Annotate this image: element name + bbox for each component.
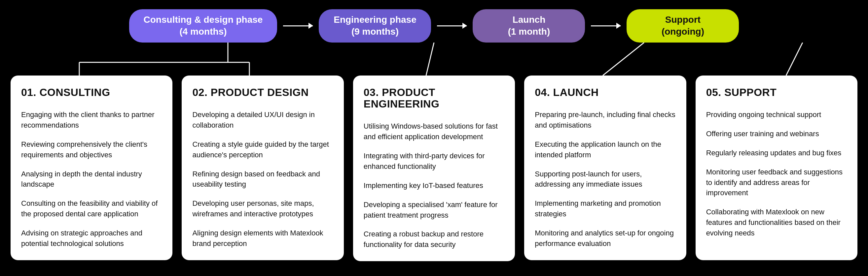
svg-line-5 xyxy=(603,42,644,75)
phase-label-launch: Launch xyxy=(487,14,570,26)
card-item-engineering-0: Utilising Windows-based solutions for fa… xyxy=(364,121,504,142)
card-item-consulting-2: Analysing in depth the dental industry l… xyxy=(21,169,162,190)
connectors-row xyxy=(0,42,868,75)
card-item-engineering-3: Developing a specialised 'xam' feature f… xyxy=(364,200,504,220)
card-launch: 04. LAUNCH Preparing pre-launch, includi… xyxy=(524,75,686,260)
svg-line-6 xyxy=(786,42,803,75)
arrow-3 xyxy=(591,25,621,26)
card-item-design-2: Refining design based on feedback and us… xyxy=(192,169,333,190)
card-item-launch-2: Supporting post-launch for users, addres… xyxy=(535,169,676,190)
card-item-support-0: Providing ongoing technical support xyxy=(706,109,847,120)
phase-sublabel-engineering: (9 months) xyxy=(333,26,416,38)
card-support: 05. SUPPORT Providing ongoing technical … xyxy=(695,75,858,260)
card-item-support-2: Regularly releasing updates and bug fixe… xyxy=(706,148,847,158)
card-item-design-3: Developing user personas, site maps, wir… xyxy=(192,198,333,219)
cards-row: 01. CONSULTING Engaging with the client … xyxy=(0,75,868,261)
phase-pill-launch: Launch (1 month) xyxy=(473,9,585,42)
card-item-support-3: Monitoring user feedback and suggestions… xyxy=(706,167,847,199)
phase-sublabel-consulting: (4 months) xyxy=(144,26,263,38)
card-item-design-1: Creating a style guide guided by the tar… xyxy=(192,139,333,160)
arrow-2 xyxy=(437,25,467,26)
phase-pill-engineering: Engineering phase (9 months) xyxy=(319,9,431,42)
phase-sublabel-support: (ongoing) xyxy=(641,26,724,38)
card-item-launch-3: Implementing marketing and promotion str… xyxy=(535,198,676,219)
card-item-consulting-1: Reviewing comprehensively the client's r… xyxy=(21,139,162,160)
card-title-launch: 04. LAUNCH xyxy=(535,87,676,98)
arrow-line-1 xyxy=(283,25,313,26)
card-item-engineering-1: Integrating with third-party devices for… xyxy=(364,151,504,172)
card-item-engineering-4: Creating a robust backup and restore fun… xyxy=(364,229,504,250)
arrow-1 xyxy=(283,25,313,26)
svg-line-4 xyxy=(426,42,434,75)
phase-pill-consulting: Consulting & design phase (4 months) xyxy=(129,9,277,42)
card-item-engineering-2: Implementing key IoT-based features xyxy=(364,180,504,191)
card-item-launch-0: Preparing pre-launch, including final ch… xyxy=(535,109,676,131)
phases-row: Consulting & design phase (4 months) Eng… xyxy=(0,0,868,42)
card-item-launch-4: Monitoring and analytics set-up for ongo… xyxy=(535,228,676,249)
card-consulting: 01. CONSULTING Engaging with the client … xyxy=(10,75,173,260)
card-product-engineering: 03. PRODUCT ENGINEERING Utilising Window… xyxy=(353,75,515,261)
card-item-consulting-3: Consulting on the feasibility and viabil… xyxy=(21,198,162,219)
connector-svg xyxy=(0,42,868,75)
card-item-design-0: Developing a detailed UX/UI design in co… xyxy=(192,109,333,131)
phase-pill-support: Support (ongoing) xyxy=(626,9,739,42)
main-container: Consulting & design phase (4 months) Eng… xyxy=(0,0,868,276)
phase-label-support: Support xyxy=(641,14,724,26)
card-item-support-1: Offering user training and webinars xyxy=(706,129,847,139)
phase-label-consulting: Consulting & design phase xyxy=(144,14,263,26)
card-item-launch-1: Executing the application launch on the … xyxy=(535,139,676,160)
arrow-line-3 xyxy=(591,25,621,26)
phase-label-engineering: Engineering phase xyxy=(333,14,416,26)
card-title-consulting: 01. CONSULTING xyxy=(21,87,162,98)
card-item-support-4: Collaborating with Matexlook on new feat… xyxy=(706,207,847,238)
card-item-consulting-0: Engaging with the client thanks to partn… xyxy=(21,109,162,131)
card-title-product-engineering: 03. PRODUCT ENGINEERING xyxy=(364,87,504,110)
card-item-consulting-4: Advising on strategic approaches and pot… xyxy=(21,228,162,249)
arrow-line-2 xyxy=(437,25,467,26)
card-title-support: 05. SUPPORT xyxy=(706,87,847,98)
card-item-design-4: Aligning design elements with Matexlook … xyxy=(192,228,333,249)
card-title-product-design: 02. PRODUCT DESIGN xyxy=(192,87,333,98)
card-product-design: 02. PRODUCT DESIGN Developing a detailed… xyxy=(182,75,343,260)
phase-sublabel-launch: (1 month) xyxy=(487,26,570,38)
